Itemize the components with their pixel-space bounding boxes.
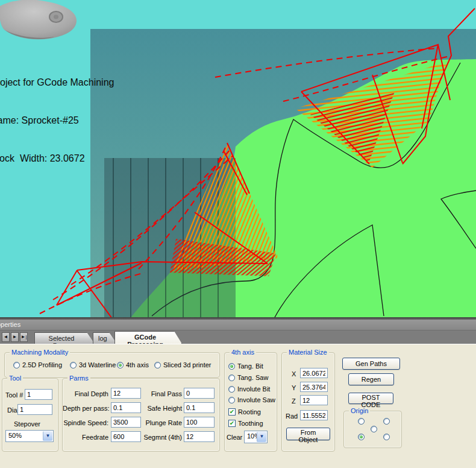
gen-paths-button[interactable]: Gen Paths [342,358,400,370]
panel-caption-bar: Properties [0,320,476,330]
radio-label[interactable]: Tang. Bit [237,362,263,370]
radio-4th-axis[interactable] [117,362,124,368]
post-code-button[interactable]: POST CODE [348,393,393,404]
final-depth-label: Final Depth [65,390,108,398]
group-title: 4th axis [230,349,256,356]
safe-height-field[interactable] [184,402,215,413]
group-title: Origin [349,407,370,414]
dia-field[interactable] [17,404,52,415]
final-pass-field[interactable] [184,388,215,399]
tool-number-field[interactable] [25,389,52,400]
tab-log[interactable]: log [93,332,117,344]
clear-label: Clear [227,434,242,441]
radio-label[interactable]: 3d Waterline [79,361,116,369]
radio-involute-bit[interactable] [228,386,235,393]
spindle-speed-field[interactable] [111,417,141,428]
tab-selected-props[interactable]: Selected Props [34,332,95,344]
group-origin: Origin [343,411,402,448]
depth-per-pass-field[interactable] [111,402,141,413]
material-x-field[interactable] [300,368,328,378]
group-parms: Parms Final Depth Depth per pass: Spindl… [62,378,220,452]
tab-gcode-processing[interactable]: GCode Processing [114,331,182,344]
checkbox-label[interactable]: Toothing [238,420,263,428]
checkbox-label[interactable]: Rooting [238,408,261,416]
from-object-button[interactable]: From Object [286,428,330,440]
plunge-rate-label: Plunge Rate [143,419,182,427]
regen-button[interactable]: Regen [348,373,394,385]
radio-tang-saw[interactable] [228,375,235,381]
radio-origin-top-right[interactable] [383,418,390,425]
chevron-down-icon[interactable]: ▼ [43,431,52,441]
radio-25d-profiling[interactable] [13,362,20,368]
checkbox-rooting[interactable]: ✔ [228,408,236,416]
rad-label: Rad [286,413,298,420]
tab-strip: ◄ ► ►| Selected Props log GCode Processi… [0,330,476,344]
segment-4th-label: Segmnt (4th) [141,434,182,441]
gcode-processing-page: Machining Modality 2.5D Profiling 3d Wat… [0,344,476,468]
dia-label: Dia [7,406,17,414]
group-title: Machining Modality [10,349,70,356]
plunge-rate-field[interactable] [184,417,215,428]
viewport-3d[interactable]: Project for GCode Machining Name: Sprock… [0,0,476,320]
material-y-field[interactable] [300,382,328,392]
y-label: Y [292,384,296,392]
tab-scroll-right-icon[interactable]: ► [11,332,19,342]
group-machining-modality: Machining Modality 2.5D Profiling 3d Wat… [4,352,220,378]
spindle-speed-label: Spindle Speed: [63,419,108,427]
radio-label[interactable]: Involute Bit [237,385,270,393]
feedrate-field[interactable] [111,431,141,442]
final-depth-field[interactable] [111,388,141,399]
radio-origin-bottom-left[interactable] [358,434,365,440]
radio-label[interactable]: 2.5D Profiling [22,361,62,369]
radio-label[interactable]: Tang. Saw [237,374,268,382]
stepover-label: Stepover [14,420,40,428]
radio-origin-bottom-right[interactable] [383,434,390,440]
radio-label[interactable]: Sliced 3d printer [163,361,211,369]
clear-select[interactable]: 10% ▼ [244,431,268,443]
tool-number-label: Tool # [5,391,23,399]
segment-4th-field[interactable] [184,431,215,442]
group-title: Tool [7,375,23,382]
radio-sliced-3d-printer[interactable] [154,362,161,368]
chevron-down-icon[interactable]: ▼ [257,432,266,442]
group-title: Parms [67,375,90,382]
x-label: X [292,370,296,378]
radio-label[interactable]: Involute Saw [237,396,275,404]
depth-per-pass-label: Depth per pass: [63,405,108,413]
z-label: Z [292,397,296,405]
final-pass-label: Final Pass [143,390,182,398]
stepover-select[interactable]: 50% ▼ [5,430,54,442]
radio-tang-bit[interactable] [228,363,235,370]
group-title: Material Size [287,349,329,356]
feedrate-label: Feedrate [65,434,108,441]
radio-origin-top-left[interactable] [358,418,365,425]
group-material-size: Material Size X Y Z Rad From Object [281,352,335,452]
machining-scene [0,0,476,320]
safe-height-label: Safe Height [143,405,182,413]
group-4th-axis: 4th axis Tang. Bit Tang. Saw Involute Bi… [224,352,277,452]
radio-label[interactable]: 4th axis [126,361,149,369]
panel-caption: Properties [0,320,476,329]
properties-panel: Properties ◄ ► ►| Selected Props log GCo… [0,317,476,468]
checkbox-toothing[interactable]: ✔ [228,420,236,427]
radio-origin-center[interactable] [371,426,377,432]
stepover-value: 50% [8,432,22,439]
material-rad-field[interactable] [300,410,328,420]
material-z-field[interactable] [300,395,328,405]
radio-3d-waterline[interactable] [70,362,77,368]
tab-scroll-last-icon[interactable]: ►| [20,332,28,342]
tab-scroll-left-icon[interactable]: ◄ [2,332,10,342]
radio-involute-saw[interactable] [228,397,235,403]
group-tool: Tool Tool # Dia Stepover 50% ▼ [2,378,58,452]
